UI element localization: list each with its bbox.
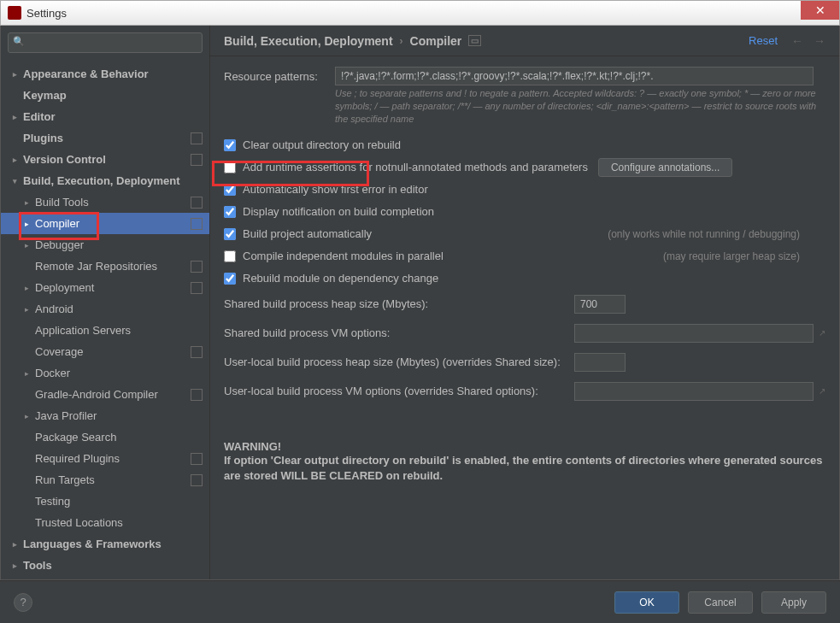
footer: ? OK Cancel Apply — [0, 580, 840, 623]
scope-badge-icon — [191, 154, 203, 166]
sidebar-item-editor[interactable]: ▸Editor — [1, 106, 209, 127]
auto-show-error-label: Automatically show first error in editor — [243, 183, 428, 196]
sidebar-item-java-profiler[interactable]: ▸Java Profiler — [1, 405, 209, 426]
expand-icon[interactable]: ↗ — [819, 386, 825, 396]
sidebar-item-label: Required Plugins — [35, 452, 191, 465]
sidebar-item-label: Tools — [23, 559, 209, 572]
warning-text: If option 'Clear output directory on reb… — [224, 453, 825, 484]
sidebar-item-version-control[interactable]: ▸Version Control — [1, 149, 209, 170]
sidebar-item-testing[interactable]: Testing — [1, 491, 209, 512]
shared-vm-row: Shared build process VM options: ↗ — [224, 319, 825, 348]
sidebar-item-label: Trusted Locations — [35, 516, 209, 529]
sidebar-item-android[interactable]: ▸Android — [1, 298, 209, 320]
back-arrow-icon[interactable]: ← — [791, 34, 803, 48]
apply-button[interactable]: Apply — [761, 591, 826, 614]
sidebar-item-plugins[interactable]: Plugins — [1, 127, 209, 149]
chevron-icon: ▸ — [25, 241, 35, 250]
scope-badge-icon — [191, 218, 203, 230]
sidebar-item-gradle-android-compiler[interactable]: Gradle-Android Compiler — [1, 384, 209, 405]
sidebar-item-build-tools[interactable]: ▸Build Tools — [1, 191, 209, 213]
shared-heap-label: Shared build process heap size (Mbytes): — [224, 297, 574, 310]
sidebar-item-coverage[interactable]: Coverage — [1, 341, 209, 362]
build-auto-checkbox[interactable] — [224, 228, 236, 240]
sidebar-item-label: Package Search — [35, 431, 209, 444]
rebuild-dependency-label: Rebuild module on dependency change — [243, 272, 438, 285]
sidebar-item-languages-frameworks[interactable]: ▸Languages & Frameworks — [1, 533, 209, 555]
nav-arrows: ← → — [791, 34, 825, 48]
resource-patterns-help: Use ; to separate patterns and ! to nega… — [224, 87, 825, 126]
user-vm-label: User-local build process VM options (ove… — [224, 385, 574, 397]
sidebar-item-docker[interactable]: ▸Docker — [1, 362, 209, 384]
scope-badge-icon — [191, 474, 203, 486]
compile-parallel-label: Compile independent modules in parallel — [243, 250, 443, 262]
compile-parallel-checkbox[interactable] — [224, 250, 236, 262]
sidebar-item-tools[interactable]: ▸Tools — [1, 555, 209, 576]
cancel-button[interactable]: Cancel — [688, 591, 753, 614]
sidebar-item-keymap[interactable]: Keymap — [1, 85, 209, 106]
sidebar-item-deployment[interactable]: ▸Deployment — [1, 277, 209, 298]
sidebar-item-required-plugins[interactable]: Required Plugins — [1, 448, 209, 469]
sidebar-item-label: Deployment — [35, 281, 191, 294]
resource-patterns-input[interactable] — [335, 67, 814, 85]
runtime-assertions-row: Add runtime assertions for notnull-annot… — [224, 156, 825, 179]
scope-badge-icon: ▭ — [468, 35, 481, 46]
sidebar-item-trusted-locations[interactable]: Trusted Locations — [1, 512, 209, 533]
user-vm-row: User-local build process VM options (ove… — [224, 377, 825, 406]
display-notification-row: Display notification on build completion — [224, 201, 825, 223]
chevron-icon: ▸ — [13, 70, 23, 79]
warning-title: WARNING! — [224, 440, 825, 453]
main-panel: Build, Execution, Deployment › Compiler … — [210, 26, 839, 579]
clear-output-checkbox[interactable] — [224, 139, 236, 151]
user-heap-input[interactable] — [574, 353, 626, 372]
user-heap-label: User-local build process heap size (Mbyt… — [224, 356, 574, 368]
sidebar-item-build-execution-deployment[interactable]: ▾Build, Execution, Deployment — [1, 170, 209, 191]
configure-annotations-button[interactable]: Configure annotations... — [598, 158, 732, 177]
user-vm-input[interactable] — [574, 382, 814, 401]
resource-patterns-row: Resource patterns: — [224, 67, 825, 85]
scope-badge-icon — [191, 346, 203, 358]
crumb-parent: Build, Execution, Deployment — [224, 34, 393, 48]
sidebar-item-package-search[interactable]: Package Search — [1, 426, 209, 448]
window-body: ▸Appearance & BehaviorKeymap▸EditorPlugi… — [0, 26, 840, 580]
help-button[interactable]: ? — [14, 593, 32, 612]
search-wrap — [1, 26, 209, 60]
sidebar-item-appearance-behavior[interactable]: ▸Appearance & Behavior — [1, 63, 209, 85]
scope-badge-icon — [191, 261, 203, 273]
chevron-icon: ▾ — [13, 177, 23, 185]
chevron-icon: ▸ — [13, 156, 23, 164]
runtime-assertions-checkbox[interactable] — [224, 162, 236, 173]
footer-buttons: OK Cancel Apply — [614, 591, 826, 614]
auto-show-error-checkbox[interactable] — [224, 184, 236, 196]
scope-badge-icon — [191, 132, 203, 144]
display-notification-label: Display notification on build completion — [243, 205, 434, 218]
compile-parallel-hint: (may require larger heap size) — [663, 250, 825, 262]
crumb-current: Compiler — [410, 34, 462, 48]
titlebar: Settings ✕ — [0, 0, 840, 26]
reset-link[interactable]: Reset — [749, 34, 778, 47]
sidebar-item-label: Run Targets — [35, 473, 191, 486]
clear-output-row: Clear output directory on rebuild — [224, 134, 825, 156]
chevron-icon: ▸ — [13, 561, 23, 570]
display-notification-checkbox[interactable] — [224, 206, 236, 218]
runtime-assertions-label: Add runtime assertions for notnull-annot… — [243, 161, 588, 173]
close-button[interactable]: ✕ — [801, 1, 839, 20]
ok-button[interactable]: OK — [614, 591, 679, 614]
chevron-icon: ▸ — [25, 198, 35, 207]
sidebar-item-application-servers[interactable]: Application Servers — [1, 320, 209, 341]
sidebar-item-compiler[interactable]: ▸Compiler — [1, 213, 209, 234]
rebuild-dependency-checkbox[interactable] — [224, 273, 236, 285]
expand-icon[interactable]: ↗ — [819, 328, 825, 338]
forward-arrow-icon[interactable]: → — [814, 34, 825, 48]
shared-heap-input[interactable] — [574, 295, 626, 314]
compile-parallel-row: Compile independent modules in parallel … — [224, 245, 825, 267]
scope-badge-icon — [191, 282, 203, 294]
sidebar-item-run-targets[interactable]: Run Targets — [1, 469, 209, 491]
sidebar-item-debugger[interactable]: ▸Debugger — [1, 234, 209, 256]
scope-badge-icon — [191, 453, 203, 465]
sidebar-item-remote-jar-repositories[interactable]: Remote Jar Repositories — [1, 256, 209, 277]
sidebar-item-label: Java Profiler — [35, 409, 209, 422]
chevron-icon: ▸ — [13, 540, 23, 549]
search-input[interactable] — [8, 32, 203, 53]
chevron-icon: ▸ — [25, 220, 35, 228]
shared-vm-input[interactable] — [574, 324, 814, 343]
